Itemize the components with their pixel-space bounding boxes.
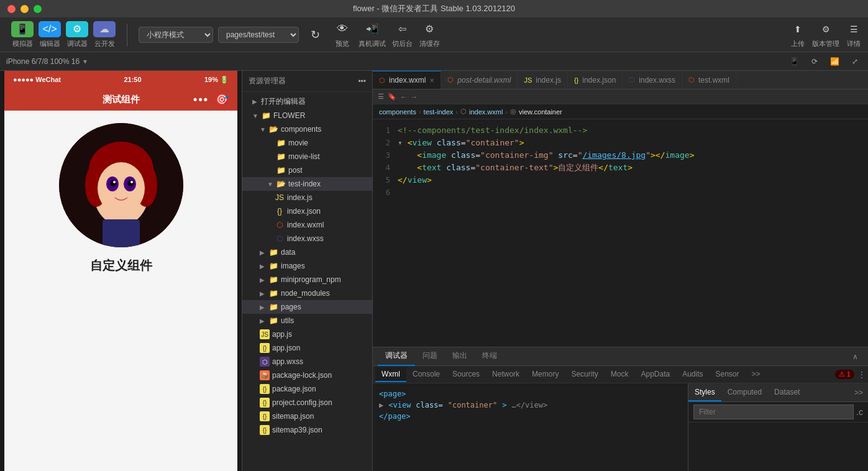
json-file-icon: {} bbox=[260, 411, 270, 421]
project-config-file[interactable]: {} project.config.json bbox=[242, 396, 372, 409]
breadcrumb-sep-3: › bbox=[505, 108, 508, 116]
tab-problems[interactable]: 问题 bbox=[415, 347, 445, 366]
images-folder[interactable]: ▶ 📁 images bbox=[242, 259, 372, 273]
minimize-button[interactable] bbox=[21, 5, 29, 13]
panel-tab-memory[interactable]: Memory bbox=[526, 367, 565, 382]
right-tab-dataset[interactable]: Dataset bbox=[768, 384, 806, 401]
panel-tab-sensor[interactable]: Sensor bbox=[710, 367, 746, 382]
pages-folder[interactable]: ▶ 📁 pages bbox=[242, 300, 372, 314]
tab-close-icon[interactable]: ✕ bbox=[429, 77, 434, 84]
post-folder[interactable]: 📁 post bbox=[242, 163, 372, 177]
tab-post-detail-wxml[interactable]: ⬡ post-detail.wxml bbox=[441, 71, 518, 89]
json-file-icon: {} bbox=[260, 425, 270, 435]
app-json-label: app.json bbox=[272, 344, 300, 352]
tab-test-wxml[interactable]: ⬡ test.wxml bbox=[682, 71, 736, 89]
expand-icon[interactable]: ⤢ bbox=[848, 56, 862, 67]
simulator-button[interactable]: 📱 模拟器 bbox=[11, 21, 34, 48]
bookmark-icon[interactable]: 🔖 bbox=[388, 93, 396, 101]
tab-index-wxml[interactable]: ⬡ index.wxml ✕ bbox=[373, 71, 441, 89]
devtools-content-split: <page> ▶ <view class="container" > …</vi… bbox=[373, 383, 868, 471]
list-icon[interactable]: ☰ bbox=[378, 93, 384, 101]
index-wxml-file[interactable]: ⬡ index.wxml bbox=[242, 218, 372, 232]
panel-tab-wxml[interactable]: Wxml bbox=[375, 367, 406, 382]
version-button[interactable]: ⚙ 版本管理 bbox=[812, 21, 839, 48]
filter-input[interactable] bbox=[693, 405, 854, 419]
forward-nav-icon[interactable]: → bbox=[411, 93, 418, 101]
index-json-label: index.json bbox=[287, 207, 321, 216]
node-modules-folder[interactable]: ▶ 📁 node_modules bbox=[242, 286, 372, 300]
tab-index-json[interactable]: {} index.json bbox=[568, 71, 623, 89]
right-tab-computed[interactable]: Computed bbox=[721, 384, 768, 401]
chevron-down-icon: ▾ bbox=[83, 57, 87, 66]
mode-selector[interactable]: 小程序模式 bbox=[139, 27, 213, 43]
app-json-file[interactable]: {} app.json bbox=[242, 341, 372, 355]
miniprogram-npm-folder[interactable]: ▶ 📁 miniprogram_npm bbox=[242, 273, 372, 286]
right-tab-more-icon[interactable]: >> bbox=[849, 385, 868, 401]
backend-button[interactable]: ⇦ 切后台 bbox=[391, 21, 413, 48]
data-label: data bbox=[281, 248, 295, 257]
tab-index-wxss[interactable]: ⬡ index.wxss bbox=[623, 71, 682, 89]
wxml-tab-icon: ⬡ bbox=[447, 76, 454, 84]
test-index-folder[interactable]: ▼ 📂 test-index bbox=[242, 177, 372, 191]
back-nav-icon[interactable]: ← bbox=[400, 93, 407, 101]
svg-point-5 bbox=[98, 162, 145, 214]
wifi-icon[interactable]: 📶 bbox=[826, 56, 843, 67]
rotate-icon[interactable]: ⟳ bbox=[808, 56, 821, 67]
path-selector[interactable]: pages/test/test bbox=[218, 27, 299, 43]
panel-tab-security[interactable]: Security bbox=[565, 367, 604, 382]
panel-tab-more[interactable]: >> bbox=[746, 367, 767, 382]
index-wxss-file[interactable]: ⬡ index.wxss bbox=[242, 232, 372, 245]
tab-index-js[interactable]: JS index.js bbox=[518, 71, 568, 89]
svg-point-8 bbox=[110, 180, 116, 186]
more-icon[interactable]: ••• bbox=[358, 77, 366, 86]
code-editor[interactable]: 1 <!--components/test-index/index.wxml--… bbox=[373, 119, 868, 347]
movie-folder[interactable]: 📁 movie bbox=[242, 136, 372, 150]
panel-tab-console[interactable]: Console bbox=[406, 367, 446, 382]
sitemap-file[interactable]: {} sitemap.json bbox=[242, 409, 372, 423]
movie-list-label: movie-list bbox=[288, 152, 320, 161]
debugger-button[interactable]: ⚙ 调试器 bbox=[66, 21, 88, 48]
app-js-file[interactable]: JS app.js bbox=[242, 327, 372, 341]
devtools-tab-close[interactable]: ∧ bbox=[847, 352, 863, 361]
app-wxss-label: app.wxss bbox=[272, 357, 303, 366]
data-folder[interactable]: ▶ 📁 data bbox=[242, 245, 372, 259]
movie-list-folder[interactable]: 📁 movie-list bbox=[242, 150, 372, 163]
upload-button[interactable]: ⬆ 上传 bbox=[790, 21, 806, 48]
panel-tab-sources[interactable]: Sources bbox=[446, 367, 486, 382]
open-editors-item[interactable]: ▶ 打开的编辑器 bbox=[242, 94, 372, 109]
device-icon[interactable]: 📱 bbox=[786, 56, 803, 67]
folder-icon: 📁 bbox=[276, 165, 286, 175]
utils-folder[interactable]: ▶ 📁 utils bbox=[242, 314, 372, 327]
tab-debugger[interactable]: 调试器 bbox=[378, 347, 415, 366]
title-bar: flower - 微信开发者工具 Stable 1.03.2012120 bbox=[0, 0, 868, 17]
package-json-file[interactable]: {} package.json bbox=[242, 382, 372, 396]
cache-button[interactable]: ⚙ 清缓存 bbox=[418, 21, 441, 48]
tab-output[interactable]: 输出 bbox=[445, 347, 475, 366]
sitemap39-file[interactable]: {} sitemap39.json bbox=[242, 423, 372, 437]
component-label: 自定义组件 bbox=[90, 257, 152, 274]
maximize-button[interactable] bbox=[34, 5, 42, 13]
package-lock-file[interactable]: 📦 package-lock.json bbox=[242, 368, 372, 382]
tab-terminal[interactable]: 终端 bbox=[475, 347, 505, 366]
devtools-menu-icon[interactable]: ⋮ bbox=[858, 370, 866, 379]
close-button[interactable] bbox=[7, 5, 16, 13]
panel-tab-mock[interactable]: Mock bbox=[605, 367, 635, 382]
refresh-button[interactable]: ↻ bbox=[304, 27, 326, 43]
index-json-file[interactable]: {} index.json bbox=[242, 204, 372, 218]
console-line-view[interactable]: ▶ <view class="container" > …</view> bbox=[379, 400, 682, 411]
project-root-item[interactable]: ▼ 📁 FLOWER bbox=[242, 109, 372, 122]
index-js-file[interactable]: JS index.js bbox=[242, 191, 372, 204]
panel-tab-network[interactable]: Network bbox=[486, 367, 526, 382]
components-folder[interactable]: ▼ 📂 components bbox=[242, 122, 372, 136]
wxml-file-icon: ⬡ bbox=[275, 220, 285, 230]
right-tab-styles[interactable]: Styles bbox=[688, 384, 721, 401]
detail-button[interactable]: ☰ 详情 bbox=[846, 21, 862, 48]
cloud-button[interactable]: ☁ 云开发 bbox=[93, 21, 116, 48]
editor-button[interactable]: </> 编辑器 bbox=[39, 21, 61, 48]
app-wxss-file[interactable]: ⬡ app.wxss bbox=[242, 355, 372, 368]
panel-tab-appdata[interactable]: AppData bbox=[634, 367, 676, 382]
panel-tab-audits[interactable]: Audits bbox=[676, 367, 709, 382]
realtest-button[interactable]: 📲 真机调试 bbox=[359, 21, 386, 48]
wxss-tab-icon: ⬡ bbox=[629, 76, 635, 84]
preview-button[interactable]: 👁 预览 bbox=[331, 21, 354, 48]
